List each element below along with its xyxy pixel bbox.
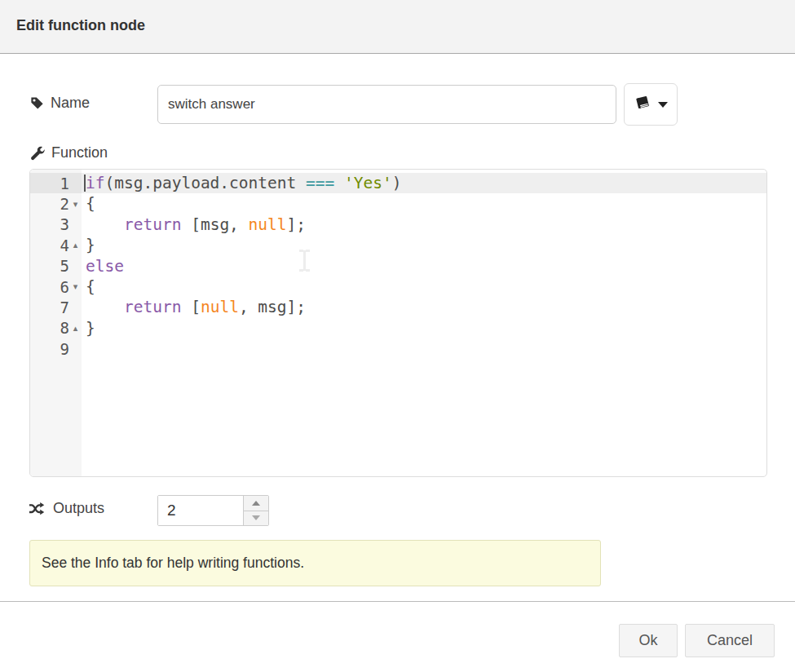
code-line-3[interactable]: return [msg, null];	[82, 214, 766, 235]
spinner-up-icon	[252, 501, 260, 506]
function-code-editor[interactable]: 12▾34▴56▾78▴9 if(msg.payload.content ===…	[29, 169, 767, 477]
code-line-7[interactable]: return [null, msg];	[82, 297, 766, 317]
code-line-5[interactable]: else	[82, 256, 766, 276]
spinner-down-icon	[252, 515, 260, 520]
gutter-line-9[interactable]: 9	[30, 338, 82, 359]
fold-close-icon[interactable]: ▴	[69, 323, 82, 334]
code-line-8[interactable]: }	[82, 318, 766, 338]
code-line-6[interactable]: {	[82, 276, 766, 297]
outputs-input[interactable]	[158, 496, 243, 525]
cancel-button[interactable]: Cancel	[685, 624, 775, 657]
edit-function-node-dialog: Edit function node Name	[0, 0, 795, 672]
ok-button[interactable]: Ok	[619, 624, 678, 657]
code-line-2[interactable]: {	[82, 193, 766, 214]
shuffle-icon	[29, 502, 46, 515]
fold-open-icon[interactable]: ▾	[69, 199, 82, 210]
outputs-label-row: Outputs	[29, 500, 104, 517]
function-label: Function	[51, 144, 108, 161]
dialog-header: Edit function node	[0, 0, 795, 54]
name-input[interactable]	[157, 85, 616, 124]
gutter-line-7[interactable]: 7	[30, 297, 82, 317]
gutter-line-8[interactable]: 8▴	[30, 318, 82, 338]
library-dropdown-button[interactable]	[624, 83, 678, 126]
gutter-line-6[interactable]: 6▾	[30, 276, 82, 297]
fold-close-icon[interactable]: ▴	[69, 240, 82, 250]
outputs-spinner	[157, 495, 269, 526]
gutter-line-3[interactable]: 3	[30, 214, 82, 235]
outputs-label: Outputs	[53, 500, 104, 517]
dialog-title: Edit function node	[16, 17, 145, 34]
name-label-row: Name	[30, 95, 90, 112]
caret-down-icon	[658, 102, 668, 108]
function-label-row: Function	[30, 144, 108, 161]
editor-text-cursor	[84, 175, 86, 192]
code-editor-gutter[interactable]: 12▾34▴56▾78▴9	[30, 170, 82, 476]
name-label: Name	[51, 95, 90, 112]
code-line-1[interactable]: if(msg.payload.content === 'Yes')	[82, 173, 766, 193]
gutter-line-4[interactable]: 4▴	[30, 235, 82, 255]
code-editor-lines[interactable]: if(msg.payload.content === 'Yes'){ retur…	[82, 170, 766, 476]
tag-icon	[30, 96, 44, 110]
code-line-9[interactable]	[82, 338, 766, 359]
spinner-up-button[interactable]	[244, 496, 268, 511]
tip-text: See the Info tab for help writing functi…	[42, 555, 304, 572]
gutter-line-2[interactable]: 2▾	[30, 193, 82, 214]
spinner-down-button[interactable]	[244, 511, 268, 526]
gutter-line-1[interactable]: 1	[30, 173, 82, 193]
fold-open-icon[interactable]: ▾	[69, 281, 82, 292]
form-tip: See the Info tab for help writing functi…	[29, 540, 601, 586]
spinner-buttons	[243, 496, 268, 525]
wrench-icon	[30, 146, 45, 161]
code-line-4[interactable]: }	[82, 235, 766, 255]
gutter-line-5[interactable]: 5	[30, 256, 82, 276]
footer-divider	[0, 601, 795, 602]
book-icon	[634, 95, 652, 114]
